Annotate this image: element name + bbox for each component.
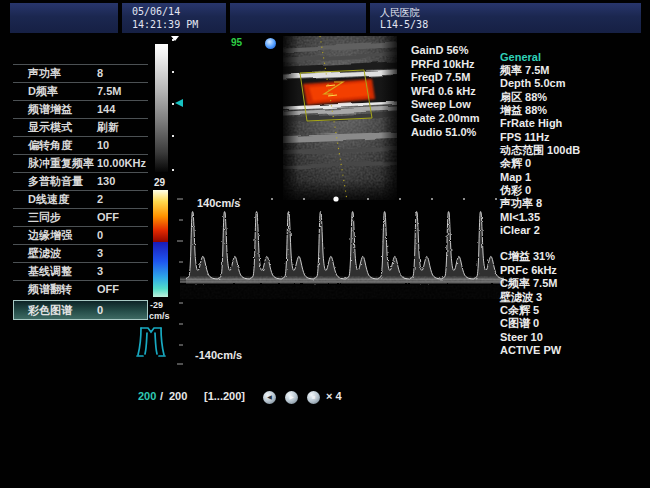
info-line: iClear 2: [500, 224, 580, 237]
info-line: 扇区 88%: [500, 91, 580, 104]
probe-model: L14-5/38: [380, 19, 428, 30]
param-value: 7.5M: [97, 83, 121, 99]
info-line: FPS 11Hz: [500, 131, 580, 144]
overlay-line: Audio 51.0%: [411, 126, 479, 140]
param-value: OFF: [97, 209, 119, 225]
body-marker-icon: [136, 325, 166, 359]
overlay-line: Gate 2.00mm: [411, 112, 479, 126]
header-box-hospital: 人民医院 L14-5/38: [370, 3, 641, 33]
info-line: C余辉 5: [500, 304, 580, 317]
cine-play-button[interactable]: ▶: [285, 391, 298, 404]
param-value: OFF: [97, 281, 119, 297]
param-row[interactable]: 脉冲重复频率10.00KHz: [13, 154, 148, 172]
info-line: ACTIVE PW: [500, 344, 580, 357]
info-line: 余辉 0: [500, 157, 580, 170]
param-label: 三同步: [28, 209, 61, 225]
color-bar-positive: [153, 190, 168, 242]
cine-prev-button[interactable]: ◀: [263, 391, 276, 404]
cine-stop-button[interactable]: ■: [307, 391, 320, 404]
param-value: 10.00KHz: [97, 155, 146, 171]
info-panel: General 频率 7.5M Depth 5.0cm 扇区 88% 增益 88…: [500, 50, 580, 357]
param-row[interactable]: 偏转角度10: [13, 136, 148, 154]
info-line: 动态范围 100dB: [500, 144, 580, 157]
param-value: 144: [97, 101, 115, 117]
param-label: D线速度: [28, 191, 69, 207]
cine-total-frames: 200: [169, 390, 187, 402]
focus-marker-icon[interactable]: [175, 99, 184, 108]
info-section-title: General: [500, 50, 580, 64]
overlay-line: GainD 56%: [411, 44, 479, 58]
param-value: 8: [97, 65, 103, 81]
param-row-active[interactable]: 彩色图谱0: [13, 300, 148, 320]
cine-separator: /: [160, 390, 163, 402]
param-label: 边缘增强: [28, 227, 72, 243]
b-mode-image[interactable]: [283, 36, 397, 200]
cine-speed: × 4: [326, 390, 342, 402]
ultrasound-screen: { "header": { "date": "05/06/14", "time"…: [0, 0, 650, 488]
info-line: C图谱 0: [500, 317, 580, 330]
scale-dot: [172, 71, 174, 73]
info-line: C频率 7.5M: [500, 277, 580, 290]
header-time: 14:21:39 PM: [132, 19, 198, 30]
info-line: 声功率 8: [500, 197, 580, 210]
param-label: 基线调整: [28, 263, 72, 279]
scale-dot: [172, 135, 174, 137]
param-label: 声功率: [28, 65, 61, 81]
grayscale-bar: [155, 44, 168, 172]
param-label: 多普勒音量: [28, 173, 83, 189]
scale-dot: [172, 39, 174, 41]
param-row[interactable]: 基线调整3: [13, 262, 148, 280]
hospital-name: 人民医院: [380, 6, 420, 20]
param-label: 脉冲重复频率: [28, 155, 94, 171]
info-line: 频率 7.5M: [500, 64, 580, 77]
overlay-line: WFd 0.6 kHz: [411, 85, 479, 99]
info-line: 增益 88%: [500, 104, 580, 117]
info-line: C增益 31%: [500, 250, 580, 263]
param-row[interactable]: 多普勒音量130: [13, 172, 148, 190]
info-line: Map 1: [500, 171, 580, 184]
param-value: 3: [97, 263, 103, 279]
param-label: 偏转角度: [28, 137, 72, 153]
overlay-line: PRFd 10kHz: [411, 58, 479, 72]
param-row[interactable]: 频谱增益144: [13, 100, 148, 118]
overlay-line: Sweep Low: [411, 98, 479, 112]
info-line: 伪彩 0: [500, 184, 580, 197]
pw-overlay-params: GainD 56% PRFd 10kHz FreqD 7.5M WFd 0.6 …: [411, 44, 479, 139]
cine-range: [1...200]: [204, 390, 245, 402]
cine-current-frame: 200: [138, 390, 156, 402]
header-box-empty: [10, 3, 118, 33]
param-label: 频谱增益: [28, 101, 72, 117]
param-row[interactable]: 显示模式刷新: [13, 118, 148, 136]
param-row[interactable]: 壁滤波3: [13, 244, 148, 262]
param-value: 3: [97, 245, 103, 261]
header-box-datetime: 05/06/14 14:21:39 PM: [122, 3, 226, 33]
param-value: 0: [97, 301, 103, 319]
status-indicator-dot: [265, 38, 276, 49]
info-line: Depth 5.0cm: [500, 77, 580, 90]
info-line: MI<1.35: [500, 211, 580, 224]
param-value: 130: [97, 173, 115, 189]
param-row[interactable]: D频率7.5M: [13, 82, 148, 100]
param-row[interactable]: D线速度2: [13, 190, 148, 208]
scale-dot: [172, 169, 174, 171]
info-line: PRFc 6kHz: [500, 264, 580, 277]
info-line: 壁滤波 3: [500, 291, 580, 304]
info-line: FrRate High: [500, 117, 580, 130]
param-value: 刷新: [97, 119, 119, 135]
param-row[interactable]: 频谱翻转OFF: [13, 280, 148, 298]
param-row[interactable]: 声功率8: [13, 64, 148, 82]
param-row[interactable]: 三同步OFF: [13, 208, 148, 226]
param-value: 0: [97, 227, 103, 243]
gain-badge: 95: [231, 37, 242, 48]
header-box-patient: [230, 3, 366, 33]
scale-dot: [172, 103, 174, 105]
header-date: 05/06/14: [132, 6, 180, 17]
param-label: 壁滤波: [28, 245, 61, 261]
spectral-doppler-trace: [174, 196, 504, 371]
overlay-line: FreqD 7.5M: [411, 71, 479, 85]
param-row[interactable]: 边缘增强0: [13, 226, 148, 244]
color-bar-negative: [153, 242, 168, 297]
param-label: 显示模式: [28, 119, 72, 135]
param-value: 10: [97, 137, 109, 153]
info-line: Steer 10: [500, 331, 580, 344]
